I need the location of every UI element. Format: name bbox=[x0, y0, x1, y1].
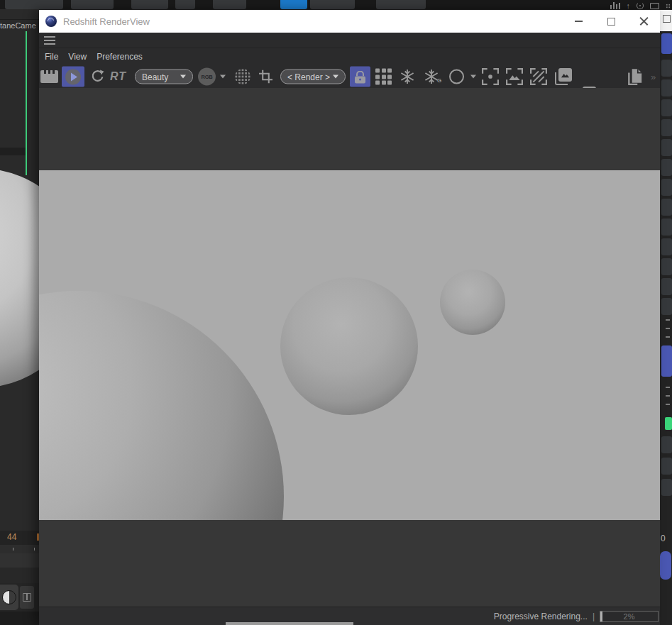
top-toolbar-button[interactable] bbox=[310, 0, 355, 9]
ruler-value: 0 bbox=[661, 533, 666, 543]
aov-dropdown-value: Beauty bbox=[142, 72, 168, 82]
side-toolbar-button[interactable] bbox=[661, 119, 672, 136]
freeze-geometry-button[interactable]: G bbox=[424, 69, 441, 84]
side-toolbar-button[interactable] bbox=[661, 159, 672, 176]
top-toolbar-button[interactable] bbox=[376, 0, 426, 9]
up-arrow-icon[interactable]: ↑ bbox=[627, 2, 631, 9]
menu-item-view[interactable]: View bbox=[68, 49, 87, 65]
ruler-tick bbox=[13, 548, 13, 551]
close-button[interactable] bbox=[627, 10, 660, 33]
redshift-app-icon bbox=[45, 16, 57, 27]
top-toolbar-button-active[interactable] bbox=[280, 0, 307, 9]
hamburger-menu-button[interactable] bbox=[44, 36, 55, 45]
side-toolbar-button[interactable] bbox=[661, 139, 672, 156]
film-sequence-button[interactable] bbox=[40, 70, 58, 83]
transport-button-row bbox=[0, 583, 39, 612]
rgb-channel-button[interactable]: RGB bbox=[198, 68, 216, 86]
side-toolbar-button[interactable] bbox=[661, 298, 672, 315]
top-toolbar-button[interactable] bbox=[5, 0, 63, 9]
maximize-button[interactable] bbox=[595, 10, 627, 33]
lock-view-button[interactable] bbox=[350, 67, 370, 87]
top-toolbar-button[interactable] bbox=[71, 0, 114, 9]
dither-button[interactable] bbox=[235, 69, 250, 84]
region-button[interactable] bbox=[449, 70, 464, 84]
focus-pick-button[interactable] bbox=[482, 68, 499, 85]
snapshot-image-button[interactable] bbox=[554, 67, 573, 86]
half-circle-icon bbox=[2, 590, 16, 604]
grid-icon bbox=[375, 69, 392, 85]
top-toolbar-button[interactable] bbox=[175, 0, 195, 9]
render-nav-value: < Render > bbox=[287, 72, 330, 82]
region-dropdown-button[interactable] bbox=[470, 75, 476, 79]
dots-grid-icon[interactable] bbox=[666, 4, 671, 9]
minimize-button[interactable] bbox=[562, 10, 595, 33]
aov-dropdown[interactable]: Beauty bbox=[135, 70, 193, 84]
menu-item-preferences[interactable]: Preferences bbox=[97, 49, 143, 65]
render-nav-dropdown[interactable]: < Render > bbox=[280, 70, 346, 84]
maximize-icon bbox=[663, 15, 671, 23]
timeline-handle[interactable] bbox=[660, 551, 671, 580]
dots-pattern-icon bbox=[235, 69, 250, 84]
camera-label[interactable]: taneCame bbox=[0, 21, 39, 30]
side-toolbar-button[interactable] bbox=[661, 199, 672, 216]
background-right-panel: 0 bbox=[660, 9, 672, 625]
titlebar[interactable]: Redshift RenderView bbox=[39, 10, 660, 33]
hamburger-row bbox=[39, 33, 660, 48]
panel-layout-button[interactable] bbox=[20, 586, 34, 609]
timeline-ruler[interactable] bbox=[0, 545, 39, 553]
window-icon[interactable] bbox=[650, 3, 659, 9]
levels-icon[interactable] bbox=[610, 2, 620, 9]
background-left-panel: taneCame 44 bbox=[0, 9, 39, 625]
freeze-button[interactable] bbox=[400, 69, 415, 84]
top-toolbar-button[interactable] bbox=[213, 0, 246, 9]
menu-bar: File View Preferences bbox=[39, 48, 660, 65]
redshift-renderview-window: Redshift RenderView File View Preference… bbox=[39, 10, 660, 625]
side-toolbar-button[interactable] bbox=[661, 238, 672, 255]
viewport-band bbox=[0, 148, 26, 155]
lock-icon bbox=[356, 70, 364, 76]
side-toolbar-button-active[interactable] bbox=[661, 33, 672, 54]
diagonal-stripes-icon bbox=[530, 68, 547, 85]
side-toolbar-button[interactable] bbox=[661, 479, 672, 496]
rt-mode-button[interactable]: RT bbox=[110, 70, 126, 83]
rotate-icon[interactable] bbox=[637, 2, 644, 9]
channel-dropdown-button[interactable] bbox=[220, 75, 226, 79]
viewport-header bbox=[0, 9, 39, 20]
region-image-button[interactable] bbox=[506, 68, 523, 85]
restart-render-button[interactable] bbox=[90, 70, 105, 84]
background-top-toolbar: ↑ bbox=[0, 0, 672, 9]
ruler-dash bbox=[666, 404, 670, 405]
ruler-dash bbox=[666, 319, 670, 321]
region-pattern-button[interactable] bbox=[530, 68, 547, 85]
contrast-toggle-button[interactable] bbox=[0, 585, 18, 610]
status-separator: | bbox=[593, 612, 595, 621]
toolbar-overflow-button[interactable]: » bbox=[651, 72, 655, 82]
start-render-button[interactable] bbox=[62, 67, 84, 87]
copy-image-button[interactable] bbox=[627, 67, 644, 86]
side-toolbar-button[interactable] bbox=[661, 458, 672, 475]
split-panel-icon bbox=[23, 593, 31, 602]
rendered-sphere-large bbox=[39, 291, 284, 520]
top-toolbar-button[interactable] bbox=[131, 0, 168, 9]
side-toolbar-button[interactable] bbox=[661, 278, 672, 295]
side-toolbar-button[interactable] bbox=[661, 60, 672, 77]
chevron-down-icon bbox=[470, 75, 476, 79]
film-icon bbox=[40, 70, 58, 83]
crop-button[interactable] bbox=[259, 70, 272, 84]
timeline-track bbox=[0, 568, 39, 583]
render-letterbox bbox=[39, 88, 660, 607]
side-toolbar-button[interactable] bbox=[661, 436, 672, 453]
menu-item-file[interactable]: File bbox=[45, 49, 58, 65]
side-toolbar-button[interactable] bbox=[661, 99, 672, 116]
side-toolbar-button[interactable] bbox=[661, 79, 672, 96]
render-image[interactable] bbox=[39, 170, 660, 520]
side-toolbar-button-highlighted[interactable] bbox=[661, 345, 672, 377]
bucket-grid-button[interactable] bbox=[375, 69, 392, 85]
desktop: ↑ taneCame 44 bbox=[0, 0, 672, 625]
side-toolbar bbox=[661, 60, 672, 315]
side-toolbar-button[interactable] bbox=[661, 179, 672, 196]
side-toolbar-button[interactable] bbox=[661, 258, 672, 275]
refresh-icon bbox=[90, 70, 105, 84]
side-toolbar-button[interactable] bbox=[661, 219, 672, 236]
frame-number: 44 bbox=[7, 532, 16, 542]
